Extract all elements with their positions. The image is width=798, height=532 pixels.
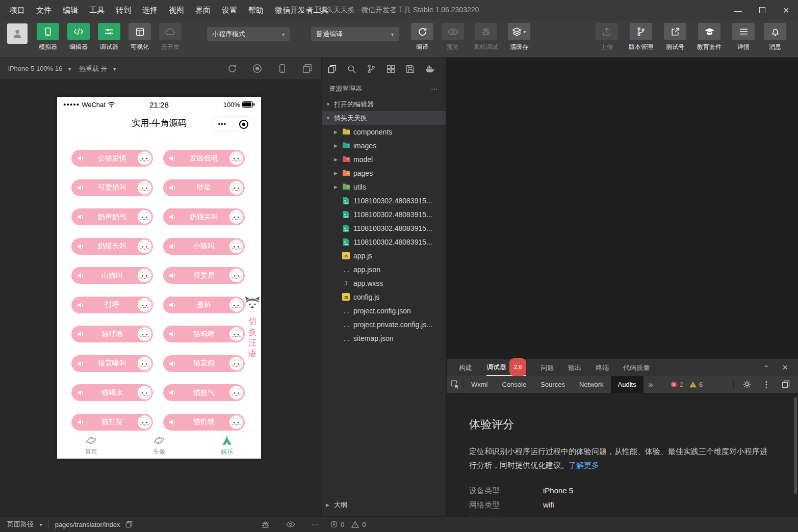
menu-项目[interactable]: 项目 bbox=[4, 0, 31, 20]
section-project-root[interactable]: ▼ 情头天天换 bbox=[322, 111, 446, 125]
inspect-element-button[interactable] bbox=[447, 376, 464, 393]
switch-language-widget[interactable] bbox=[243, 295, 262, 313]
sound-button-奶猫尖叫[interactable]: 奶猫尖叫 bbox=[163, 208, 245, 225]
sound-button-打呼[interactable]: 打呼 bbox=[71, 297, 153, 313]
device-selector[interactable]: iPhone 5 100% 16 ▾ bbox=[8, 65, 71, 72]
menu-视图[interactable]: 视图 bbox=[163, 0, 190, 20]
tool-button-教育套件[interactable]: 教育套件 bbox=[691, 23, 728, 51]
sound-button-撒娇[interactable]: 撒娇 bbox=[163, 297, 245, 313]
tool-button-版本管理[interactable]: 版本管理 bbox=[623, 23, 659, 51]
menu-界面[interactable]: 界面 bbox=[190, 0, 216, 20]
debugger-tab-问题[interactable]: 问题 bbox=[540, 359, 554, 376]
menu-帮助[interactable]: 帮助 bbox=[243, 0, 269, 20]
file-app.wxss[interactable]: 3app.wxss bbox=[322, 276, 446, 290]
sound-button-奶猫长叫[interactable]: 奶猫长叫 bbox=[71, 238, 153, 255]
action-button-编译[interactable]: 编译 bbox=[407, 23, 437, 51]
undock-icon[interactable] bbox=[782, 380, 790, 388]
section-open-editors[interactable]: ▼ 打开的编辑器 bbox=[322, 97, 446, 111]
docker-icon[interactable] bbox=[425, 65, 435, 73]
devtools-tab-Network[interactable]: Network bbox=[572, 376, 611, 393]
view-button-模拟器[interactable]: 模拟器 bbox=[33, 23, 63, 51]
blocks-icon[interactable] bbox=[387, 65, 395, 73]
search-icon[interactable] bbox=[347, 65, 356, 73]
ellipsis-icon[interactable]: ⋯ bbox=[312, 521, 319, 528]
folder-components[interactable]: ▶components bbox=[322, 125, 446, 139]
devtools-tab-Sources[interactable]: Sources bbox=[533, 376, 572, 393]
tool-button-消息[interactable]: 消息 bbox=[759, 23, 791, 51]
sound-button-奶声奶气[interactable]: 奶声奶气 bbox=[71, 208, 153, 225]
hot-reload-toggle[interactable]: 热重载 开 ▾ bbox=[79, 64, 116, 73]
sound-button-猫喝水[interactable]: 猫喝水 bbox=[71, 384, 153, 401]
collapse-icon[interactable]: ⌃ bbox=[763, 364, 769, 372]
folder-model[interactable]: ▶model bbox=[322, 152, 446, 166]
debugger-tab-构建[interactable]: 构建 bbox=[459, 359, 472, 376]
sound-button-公猫发情[interactable]: 公猫发情 bbox=[71, 150, 153, 167]
files-icon[interactable] bbox=[328, 65, 337, 73]
tool-button-测试号[interactable]: 测试号 bbox=[659, 23, 691, 51]
sound-button-猫哀嚎叫[interactable]: 猫哀嚎叫 bbox=[71, 355, 153, 372]
sound-button-猫打架[interactable]: 猫打架 bbox=[71, 414, 153, 431]
learn-more-link[interactable]: 了解更多 bbox=[569, 461, 599, 469]
sound-button-可爱猫叫[interactable]: 可爱猫叫 bbox=[71, 179, 153, 196]
menu-设置[interactable]: 设置 bbox=[216, 0, 243, 20]
sound-button-猫怒气[interactable]: 猫怒气 bbox=[163, 384, 245, 401]
sound-button-很委屈[interactable]: 很委屈 bbox=[163, 267, 245, 284]
switch-language-label[interactable]: 切换汪语 bbox=[247, 316, 258, 359]
menu-选择[interactable]: 选择 bbox=[137, 0, 163, 20]
refresh-icon[interactable] bbox=[227, 64, 237, 73]
file-1108100302.48083915...[interactable]: 1108100302.48083915... bbox=[322, 207, 446, 221]
view-button-可视化[interactable]: 可视化 bbox=[124, 23, 155, 51]
mode-select[interactable]: 小程序模式▾ bbox=[207, 27, 290, 41]
tab-娱乐[interactable]: 娱乐 bbox=[193, 432, 261, 459]
view-button-调试器[interactable]: 调试器 bbox=[94, 23, 124, 51]
menu-编辑[interactable]: 编辑 bbox=[57, 0, 84, 20]
file-project.private.config.js...[interactable]: {..}project.private.config.js... bbox=[322, 317, 446, 331]
devtools-tab-Audits[interactable]: Audits bbox=[611, 376, 643, 393]
page-path-selector[interactable]: 页面路径 ▾ bbox=[7, 520, 42, 529]
debugger-tab-代码质量[interactable]: 代码质量 bbox=[623, 359, 650, 376]
sound-button-猫饥饿[interactable]: 猫饥饿 bbox=[163, 414, 245, 431]
menu-转到[interactable]: 转到 bbox=[110, 0, 137, 20]
menu-工具[interactable]: 工具 bbox=[84, 0, 110, 20]
file-config.js[interactable]: JSconfig.js bbox=[322, 290, 446, 304]
user-avatar[interactable] bbox=[7, 23, 28, 44]
sound-button-猫咆哮[interactable]: 猫咆哮 bbox=[163, 326, 245, 342]
sound-button-小猫叫[interactable]: 小猫叫 bbox=[163, 238, 245, 255]
folder-utils[interactable]: ▶utils bbox=[322, 180, 446, 194]
file-1108100302.48083915...[interactable]: 1108100302.48083915... bbox=[322, 235, 446, 249]
close-icon[interactable]: × bbox=[782, 364, 788, 372]
multi-window-icon[interactable] bbox=[302, 64, 312, 73]
file-app.js[interactable]: JSapp.js bbox=[322, 249, 446, 262]
close-button[interactable]: × bbox=[774, 0, 798, 20]
action-button-清缓存[interactable]: ▾清缓存 bbox=[504, 23, 534, 51]
sound-button-猫呼噜[interactable]: 猫呼噜 bbox=[71, 326, 153, 342]
file-app.json[interactable]: {..}app.json bbox=[322, 262, 446, 276]
device-icon[interactable] bbox=[277, 64, 287, 73]
compile-mode-select[interactable]: 普通编译▾ bbox=[311, 27, 399, 41]
sound-button-猫哀怨[interactable]: 猫哀怨 bbox=[163, 355, 245, 372]
menu-文件[interactable]: 文件 bbox=[31, 0, 57, 20]
devtools-tab-Console[interactable]: Console bbox=[495, 376, 534, 393]
copy-icon[interactable] bbox=[125, 521, 133, 528]
bug-icon[interactable] bbox=[261, 520, 270, 529]
file-sitemap.json[interactable]: {..}sitemap.json bbox=[322, 331, 446, 345]
maximize-button[interactable] bbox=[750, 0, 774, 20]
more-tabs-icon[interactable]: » bbox=[643, 380, 658, 389]
view-button-云开发[interactable]: 云开发 bbox=[155, 23, 186, 51]
file-project.config.json[interactable]: {..}project.config.json bbox=[322, 304, 446, 317]
stop-icon[interactable] bbox=[252, 64, 262, 73]
folder-images[interactable]: ▶images bbox=[322, 139, 446, 152]
tab-头像[interactable]: 头像 bbox=[125, 432, 193, 459]
more-actions-icon[interactable]: ⋯ bbox=[431, 85, 439, 93]
tool-button-详情[interactable]: 详情 bbox=[728, 23, 759, 51]
sound-button-山猫叫[interactable]: 山猫叫 bbox=[71, 267, 153, 284]
debugger-tab-输出[interactable]: 输出 bbox=[568, 359, 581, 376]
branch-icon[interactable] bbox=[367, 64, 376, 73]
kebab-menu-icon[interactable]: ⋮ bbox=[762, 380, 770, 389]
more-button[interactable]: ••• bbox=[212, 120, 233, 128]
tab-首页[interactable]: 首页 bbox=[57, 432, 125, 459]
minimize-button[interactable]: — bbox=[726, 0, 750, 20]
debugger-tab-调试器[interactable]: 调试器2,6 bbox=[486, 359, 526, 376]
debugger-tab-终端[interactable]: 终端 bbox=[596, 359, 609, 376]
disk-icon[interactable] bbox=[406, 65, 415, 73]
